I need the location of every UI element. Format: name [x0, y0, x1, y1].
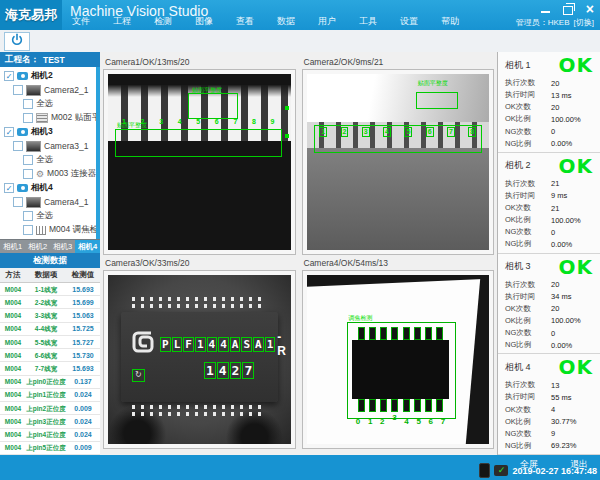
table-row[interactable]: M004上pin5正位度0.009: [0, 442, 100, 455]
checkbox[interactable]: [23, 155, 33, 165]
tab-相机4[interactable]: 相机4: [75, 240, 100, 253]
tree-item[interactable]: 全选: [0, 153, 100, 167]
minimize-icon[interactable]: [541, 11, 550, 13]
tree-item-label: 全选: [36, 154, 53, 166]
overlay-number: 6: [429, 417, 433, 426]
camera1-view[interactable]: 123456789 贴面平整度 贴面平整度: [103, 69, 296, 255]
menu-item[interactable]: 检测: [154, 15, 172, 28]
image-thumb-icon: [26, 141, 41, 152]
stat-label: NG次数: [505, 429, 551, 439]
menu-item[interactable]: 图像: [195, 15, 213, 28]
checkbox[interactable]: ✓: [4, 127, 14, 137]
menu-item[interactable]: 设置: [400, 15, 418, 28]
close-icon[interactable]: ×: [586, 3, 594, 15]
table-row[interactable]: M004上pin4正位度0.024: [0, 429, 100, 442]
tree-item[interactable]: Camera3_1: [0, 139, 100, 153]
camera2-view[interactable]: 12345678 贴面平整度: [302, 69, 495, 255]
table-row[interactable]: M004上pin1正位度0.024: [0, 389, 100, 402]
roi-label: 贴面平整度: [117, 121, 147, 130]
overlay-number: 3: [362, 127, 370, 137]
stat-value: 20: [551, 304, 559, 313]
stat-label: 执行次数: [505, 179, 551, 189]
stat-label: 执行次数: [505, 78, 551, 88]
menu-bar: 文件工程检测图像查看数据用户工具设置帮助: [72, 15, 459, 28]
menu-item[interactable]: 工具: [359, 15, 377, 28]
menu-item[interactable]: 用户: [318, 15, 336, 28]
tab-相机3[interactable]: 相机3: [50, 240, 75, 253]
stat-row: NG次数9: [505, 428, 593, 440]
stat-row: NG次数0: [505, 226, 593, 238]
chip-code: 1427: [204, 362, 255, 379]
tree-item[interactable]: Camera4_1: [0, 195, 100, 209]
ocr-char: 1: [265, 337, 276, 352]
tab-相机1[interactable]: 相机1: [0, 240, 25, 253]
camera4-header: Camera4/OK/54ms/13: [302, 255, 495, 270]
menu-item[interactable]: 查看: [236, 15, 254, 28]
camera-icon: [17, 128, 28, 136]
checkbox[interactable]: ✓: [4, 183, 14, 193]
tree-item[interactable]: 全选: [0, 97, 100, 111]
tree-item[interactable]: ✓相机2: [0, 69, 100, 83]
overlay-number: 0: [356, 417, 360, 426]
tree-item[interactable]: Camera2_1: [0, 83, 100, 97]
table-row[interactable]: M004上pin0正位度0.137: [0, 376, 100, 389]
table-row[interactable]: M004上pin3正位度0.024: [0, 415, 100, 428]
stat-value: 100.00%: [551, 216, 581, 225]
table-row[interactable]: M0041-1线宽15.693: [0, 283, 100, 296]
stat-value: 0.00%: [551, 139, 572, 148]
tab-相机2[interactable]: 相机2: [25, 240, 50, 253]
checkbox[interactable]: [23, 169, 33, 179]
tree-item[interactable]: ✓相机3: [0, 125, 100, 139]
tree-item-label: 相机2: [31, 70, 53, 82]
checkbox[interactable]: [23, 113, 33, 123]
power-button[interactable]: [4, 32, 30, 51]
camera3-header: Camera3/OK/33ms/20: [103, 255, 296, 270]
camera3-view[interactable]: PLF144ASA1-R 1427 ↻: [103, 270, 296, 449]
tree-item[interactable]: ✓相机4: [0, 181, 100, 195]
chip-text-suffix: -R: [277, 330, 286, 358]
check-icon: ✓: [494, 465, 508, 476]
table-row[interactable]: M0045-5线宽15.727: [0, 336, 100, 349]
chip-text: PLF144ASA1-R: [160, 330, 286, 358]
camera2-header: Camera2/OK/9ms/21: [302, 54, 495, 69]
stat-label: OK次数: [505, 304, 551, 314]
checkbox[interactable]: [13, 197, 23, 207]
handle-dot: [285, 106, 289, 110]
method-cell: M004: [0, 391, 26, 398]
menu-item[interactable]: 工程: [113, 15, 131, 28]
restore-icon[interactable]: [563, 6, 573, 15]
menu-item[interactable]: 文件: [72, 15, 90, 28]
camera-stats-header: 相机 1OK: [505, 56, 593, 74]
checkbox[interactable]: [13, 141, 23, 151]
value-cell: 15.693: [66, 286, 100, 293]
tree-item[interactable]: ⚙M003 连接器字符: [0, 167, 100, 181]
checkbox[interactable]: [23, 211, 33, 221]
overlay-number: 5: [416, 417, 420, 426]
menu-item[interactable]: 帮助: [441, 15, 459, 28]
menu-item[interactable]: 数据: [277, 15, 295, 28]
tree-item-label: Camera4_1: [44, 197, 88, 207]
tree-item[interactable]: M002 贴面平整度: [0, 111, 100, 125]
checkbox[interactable]: [13, 85, 23, 95]
detection-rect: [115, 129, 282, 157]
item-cell: 上pin3正位度: [26, 418, 66, 425]
table-row[interactable]: M0044-4线宽15.725: [0, 323, 100, 336]
table-row[interactable]: M0046-6线宽15.730: [0, 349, 100, 362]
table-row[interactable]: M0047-7线宽15.693: [0, 362, 100, 375]
stat-row: NG比例0.00%: [505, 238, 593, 250]
roi-label: 调焦检测: [348, 314, 372, 323]
image-thumb-icon: [26, 85, 41, 96]
checkbox[interactable]: ✓: [4, 71, 14, 81]
checkbox[interactable]: [23, 225, 33, 235]
switch-user-link[interactable]: [切换]: [574, 17, 594, 28]
tree-item[interactable]: M004 调焦检测: [0, 223, 100, 237]
camera4-view[interactable]: 调焦检测 01234567: [302, 270, 495, 449]
table-row[interactable]: M004上pin2正位度0.009: [0, 402, 100, 415]
tree-item-label: 全选: [36, 210, 53, 222]
tree-item[interactable]: 全选: [0, 209, 100, 223]
checkbox[interactable]: [23, 99, 33, 109]
table-row[interactable]: M0042-2线宽15.699: [0, 296, 100, 309]
value-cell: 15.699: [66, 299, 100, 306]
stat-value: 13 ms: [551, 91, 571, 100]
table-row[interactable]: M0043-3线宽15.063: [0, 309, 100, 322]
